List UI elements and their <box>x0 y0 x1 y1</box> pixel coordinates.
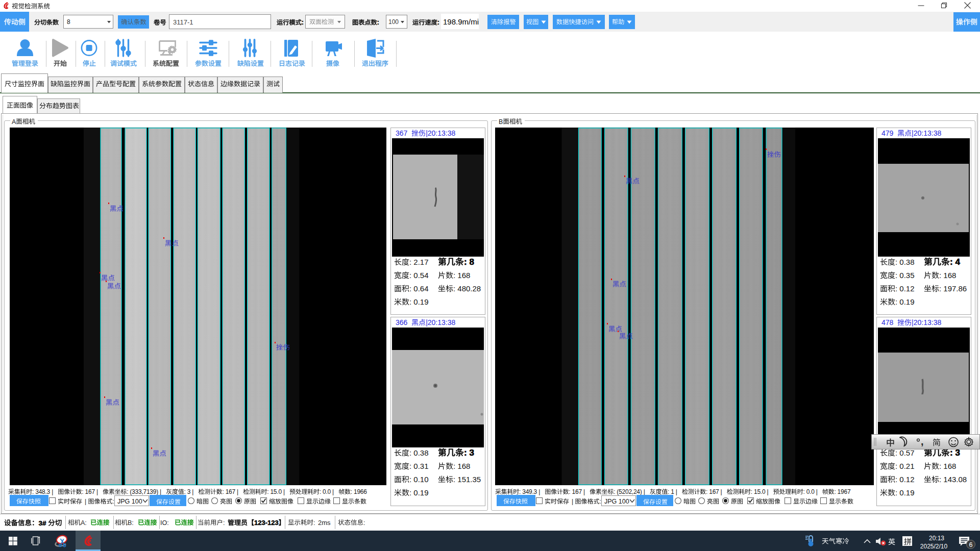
svg-text:,: , <box>921 436 924 447</box>
svg-text:6: 6 <box>969 541 973 548</box>
